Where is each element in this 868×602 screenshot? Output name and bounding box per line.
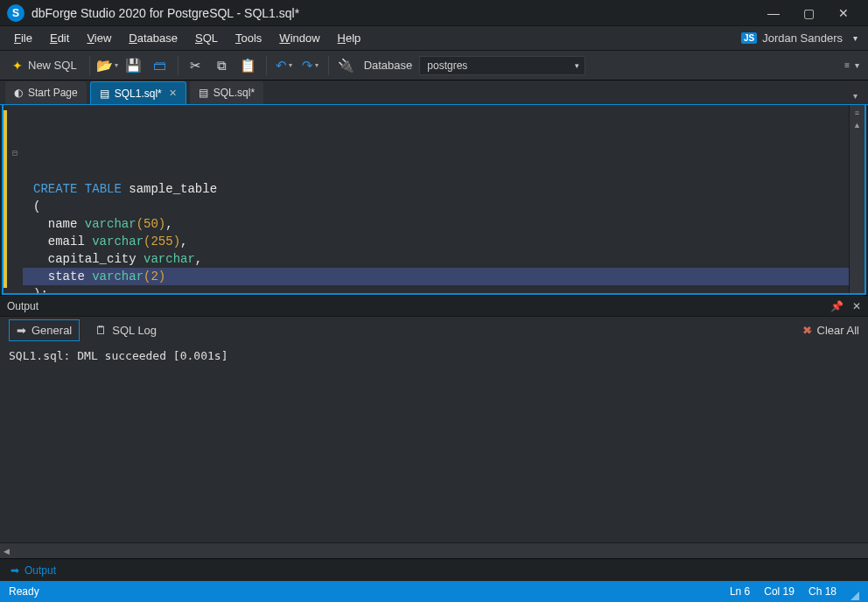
toolbar: ✦ New SQL 📂▾ 💾 🗃 ✂ ⧉ 📋 ↶▾ ↷▾ 🔌 Database …	[0, 51, 868, 80]
menu-database[interactable]: Database	[120, 29, 186, 47]
code-line[interactable]: (	[23, 198, 849, 215]
titlebar: S dbForge Studio 2020 for PostgreSQL - S…	[0, 0, 868, 26]
menu-window[interactable]: Window	[270, 29, 328, 47]
chevron-down-icon: ▾	[853, 33, 858, 43]
statusbar: Ready Ln 6 Col 19 Ch 18	[0, 581, 868, 602]
output-body: SQL1.sql: DML succeeded [0.001s]	[0, 344, 868, 542]
close-panel-icon[interactable]: ✕	[852, 300, 861, 312]
output-tab-sql-log[interactable]: 🗒 SQL Log	[88, 320, 164, 340]
document-icon: ▤	[100, 88, 109, 100]
database-label: Database	[364, 59, 413, 72]
code-line[interactable]: name varchar(50),	[23, 215, 849, 233]
window-title: dbForge Studio 2020 for PostgreSQL - SQL…	[32, 6, 299, 20]
split-icon[interactable]: ≡	[855, 108, 859, 117]
database-value: postgres	[427, 60, 467, 72]
close-window-button[interactable]: ✕	[826, 4, 861, 22]
menu-sql[interactable]: SQL	[186, 29, 227, 47]
horizontal-scrollbar[interactable]: ◀	[0, 542, 868, 558]
status-line: Ln 6	[730, 585, 750, 598]
output-message: SQL1.sql: DML succeeded [0.001s]	[9, 349, 859, 362]
tab-label: Start Page	[28, 87, 78, 99]
undo-button[interactable]: ↶▾	[272, 54, 297, 77]
dock-tab-label: Output	[24, 564, 56, 577]
connect-button[interactable]: 🔌	[334, 54, 359, 77]
fold-column: ⊟	[10, 110, 42, 293]
tab-sql1[interactable]: ▤ SQL1.sql* ✕	[90, 81, 186, 104]
paste-button[interactable]: 📋	[236, 54, 261, 77]
output-tab-label: General	[32, 324, 72, 337]
close-tab-icon[interactable]: ✕	[169, 88, 177, 99]
editor-wrap: ⊟ CREATE TABLE sample_table( name varcha…	[2, 105, 866, 295]
menu-file[interactable]: File	[5, 29, 41, 47]
dock: ➡ Output	[0, 558, 868, 581]
clear-all-label: Clear All	[817, 324, 859, 337]
user-name: Jordan Sanders	[762, 32, 843, 45]
menu-edit[interactable]: Edit	[41, 29, 78, 47]
copy-button[interactable]: ⧉	[210, 54, 234, 77]
scroll-up-icon[interactable]: ▲	[853, 121, 861, 130]
output-panel-header: Output 📌 ✕	[0, 295, 868, 316]
code-line[interactable]: email varchar(255),	[23, 233, 849, 250]
redo-button[interactable]: ↷▾	[298, 54, 323, 77]
document-icon: ▤	[199, 87, 208, 99]
log-icon: 🗒	[95, 324, 107, 337]
menubar: File Edit View Database SQL Tools Window…	[0, 26, 868, 51]
document-tabstrip: ◐ Start Page ▤ SQL1.sql* ✕ ▤ SQL.sql* ▾	[0, 80, 868, 105]
menu-help[interactable]: Help	[329, 29, 370, 47]
code-line[interactable]: state varchar(2)	[23, 268, 849, 285]
chevron-down-icon[interactable]: ▾	[855, 60, 859, 70]
save-button[interactable]: 💾	[122, 54, 146, 77]
database-select[interactable]: postgres ▾	[419, 56, 585, 75]
change-gutter	[4, 110, 7, 288]
status-column: Col 19	[764, 585, 794, 598]
maximize-button[interactable]: ▢	[791, 4, 826, 22]
output-tabs: ➡ General 🗒 SQL Log ✖̴ Clear All	[0, 316, 868, 344]
menu-tools[interactable]: Tools	[227, 29, 270, 47]
clear-icon: ✖̴	[802, 324, 812, 337]
sparkle-icon: ✦	[12, 59, 23, 73]
menu-view[interactable]: View	[78, 29, 120, 47]
save-all-button[interactable]: 🗃	[148, 54, 172, 77]
sql-editor[interactable]: ⊟ CREATE TABLE sample_table( name varcha…	[4, 105, 849, 293]
chevron-down-icon: ▾	[575, 61, 579, 70]
status-ready: Ready	[9, 585, 39, 598]
toolbar-overflow-icon[interactable]: ≡	[844, 60, 850, 70]
output-panel-title: Output	[7, 300, 38, 312]
user-account[interactable]: JS Jordan Sanders ▾	[741, 32, 863, 45]
tab-start-page[interactable]: ◐ Start Page	[5, 81, 87, 104]
new-sql-button[interactable]: ✦ New SQL	[5, 54, 84, 77]
pin-icon[interactable]: 📌	[830, 300, 844, 312]
app-icon: S	[7, 4, 24, 22]
minimize-button[interactable]: —	[756, 4, 791, 22]
scroll-left-icon[interactable]: ◀	[4, 547, 10, 556]
clear-all-button[interactable]: ✖̴ Clear All	[802, 324, 859, 337]
new-sql-label: New SQL	[28, 59, 77, 72]
resize-grip-icon[interactable]	[850, 592, 859, 600]
user-badge: JS	[741, 32, 757, 44]
editor-scrollbar[interactable]: ≡ ▲	[849, 105, 864, 293]
open-button[interactable]: 📂▾	[95, 54, 120, 77]
output-tab-label: SQL Log	[112, 324, 157, 337]
code-line[interactable]: capital_city varchar,	[23, 250, 849, 268]
tabs-overflow[interactable]: ▾	[848, 88, 863, 104]
dock-tab-output[interactable]: ➡ Output	[5, 563, 61, 578]
status-char: Ch 18	[808, 585, 836, 598]
arrow-right-icon: ➡	[17, 324, 26, 337]
code-line[interactable]: CREATE TABLE sample_table	[23, 180, 849, 198]
output-tab-general[interactable]: ➡ General	[9, 319, 80, 341]
code-line[interactable]: );	[23, 285, 849, 293]
tab-sql[interactable]: ▤ SQL.sql*	[190, 81, 263, 104]
start-page-icon: ◐	[14, 87, 23, 99]
tab-label: SQL1.sql*	[115, 88, 162, 100]
tab-label: SQL.sql*	[214, 87, 255, 99]
cut-button[interactable]: ✂	[184, 54, 208, 77]
arrow-right-icon: ➡	[10, 564, 19, 577]
